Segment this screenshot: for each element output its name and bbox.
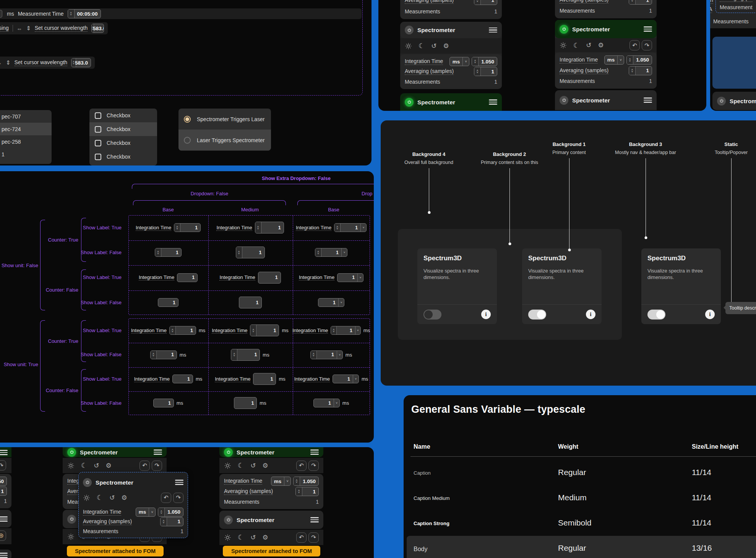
integration-time-input[interactable]: 1 [177, 273, 198, 282]
stepper-input[interactable]: ˄˅1 [474, 0, 497, 5]
menu-icon[interactable] [154, 449, 162, 455]
integration-time-input[interactable]: 1 [158, 298, 178, 307]
dark-mode-icon[interactable]: ☾ [238, 462, 244, 469]
table-row-name[interactable]: Caption Medium [414, 495, 450, 501]
enable-toggle[interactable] [528, 310, 546, 320]
stepper-arrows-icon[interactable]: ˄˅ [331, 326, 337, 334]
integration-time-input[interactable]: 1 [153, 399, 174, 407]
stepper-arrows-icon[interactable]: ˄˅ [311, 351, 317, 359]
stepper-input[interactable]: ˄˅1 [474, 67, 497, 76]
brightness-icon[interactable] [67, 462, 75, 469]
stepper-arrows-icon[interactable]: ˄˅ [236, 247, 242, 258]
stepper-arrows-icon[interactable]: ˄˅ [151, 351, 157, 359]
chevron-down-icon[interactable]: ˅ [337, 351, 342, 359]
reset-icon[interactable]: ↺ [250, 462, 256, 469]
power-icon[interactable] [224, 448, 233, 457]
stepper-input[interactable]: ˄˅1.050 [472, 57, 497, 66]
menu-icon[interactable] [310, 517, 319, 522]
aperture-icon[interactable]: ⊛ [0, 530, 6, 541]
reset-icon[interactable]: ↺ [431, 43, 436, 49]
power-icon[interactable] [67, 448, 76, 457]
fom-attached-button[interactable]: Spectrometer attached to FOM [223, 546, 320, 556]
undo-button[interactable]: ↶ [296, 461, 307, 471]
undo-button[interactable]: ↶ [629, 40, 640, 50]
brightness-icon[interactable] [560, 42, 567, 49]
stepper-arrows-icon[interactable]: ˄˅ [250, 325, 256, 336]
stepper-arrows-icon[interactable]: ˄˅ [629, 67, 636, 75]
integration-time-input[interactable]: ˄˅1 [236, 247, 265, 258]
processing-label-clipped[interactable]: ssing [0, 25, 9, 32]
power-icon[interactable] [717, 97, 726, 105]
info-icon[interactable]: i [481, 310, 491, 319]
brightness-icon[interactable] [224, 534, 231, 541]
checkbox-row[interactable]: Checkbox [89, 164, 157, 165]
integration-time-input[interactable]: 1 [253, 373, 276, 385]
stepper-input[interactable]: ˄˅1.050 [293, 477, 319, 486]
split-vertical-icon[interactable]: ⇕ [26, 25, 31, 32]
integration-time-input[interactable]: ˄˅1 [255, 222, 284, 234]
settings-gear-icon[interactable]: ⚙ [598, 42, 604, 49]
power-icon[interactable] [224, 516, 233, 524]
integration-time-input[interactable]: ˄˅1˅ [331, 326, 360, 335]
cursor-wavelength-input[interactable]: ˄˅583.0 [71, 58, 91, 67]
brightness-icon[interactable] [67, 533, 75, 540]
checkbox-row[interactable]: Checkbox [89, 150, 157, 164]
list-item[interactable]: 1 [0, 148, 52, 161]
enable-toggle[interactable] [423, 310, 441, 320]
checkbox-row[interactable]: Checkbox [89, 122, 157, 136]
menu-icon[interactable] [0, 553, 8, 558]
integration-time-input[interactable]: ˄˅1˅ [315, 248, 347, 257]
integration-time-input[interactable]: 1˅ [337, 273, 363, 282]
redo-button[interactable]: ↷ [642, 40, 652, 50]
settings-gear-icon[interactable]: ⚙ [262, 462, 268, 469]
reset-icon[interactable]: ↺ [586, 42, 591, 49]
fom-attached-button[interactable]: Spectrometer attached to FOM [67, 546, 164, 556]
menu-icon[interactable] [310, 449, 319, 455]
stepper-arrows-icon[interactable]: ˄˅ [627, 56, 633, 64]
dark-mode-icon[interactable]: ☾ [81, 462, 87, 469]
integration-time-input[interactable]: ˄˅1 [150, 350, 177, 359]
set-cursor-wavelength-label[interactable]: Set cursor wavelength [35, 25, 88, 32]
brightness-icon[interactable] [405, 42, 412, 50]
settings-gear-icon[interactable]: ⚙ [105, 462, 111, 469]
redo-button[interactable]: ↷ [308, 461, 319, 471]
info-icon[interactable]: i [705, 310, 715, 319]
integration-time-input[interactable]: 1˅ [318, 298, 344, 307]
redo-button[interactable]: ↷ [308, 532, 319, 543]
unit-dropdown[interactable]: ms˅ [271, 477, 291, 486]
checkbox-row[interactable]: Checkbox [89, 109, 157, 122]
stepper-arrows-icon[interactable]: ˄˅ [294, 477, 300, 485]
integration-time-input[interactable]: ˄˅1 [231, 349, 260, 361]
power-icon[interactable] [405, 26, 414, 34]
stepper-arrows-icon[interactable]: ˄˅ [296, 487, 302, 496]
clipped-input-fragment[interactable] [0, 10, 2, 18]
brightness-icon[interactable] [224, 462, 231, 469]
settings-gear-icon[interactable]: ⚙ [262, 534, 268, 541]
reset-icon[interactable]: ↺ [94, 462, 99, 469]
integration-time-input[interactable]: ˄˅1 [250, 324, 279, 336]
split-horizontal-icon[interactable]: ⇔ [16, 25, 22, 32]
integration-time-input[interactable]: 1 [258, 272, 281, 284]
integration-time-input[interactable]: 1 [239, 297, 262, 308]
split-horizontal-icon[interactable]: ⇔ [0, 60, 2, 66]
checkbox-icon[interactable] [95, 112, 101, 119]
integration-time-input[interactable]: ˄˅1 [174, 223, 201, 232]
undo-button[interactable]: ↶ [296, 532, 307, 543]
dark-mode-icon[interactable]: ☾ [419, 42, 425, 49]
chevron-down-icon[interactable]: ˅ [360, 224, 366, 232]
stepper-arrows-icon[interactable]: ˄˅ [170, 326, 176, 334]
unit-dropdown[interactable]: ms˅ [449, 57, 470, 66]
enable-toggle[interactable] [647, 310, 665, 320]
stepper-arrows-icon[interactable]: ˄˅ [472, 57, 479, 66]
split-vertical-icon[interactable]: ⇕ [6, 59, 11, 66]
power-icon[interactable] [405, 98, 414, 107]
checkbox-icon[interactable] [95, 140, 101, 146]
stepper-input[interactable]: ˄˅1 [629, 66, 652, 75]
unit-dropdown[interactable]: ms˅ [604, 55, 625, 65]
list-item[interactable]: pec-258 [0, 135, 52, 148]
table-row-name[interactable]: Body [414, 546, 427, 553]
radio-row[interactable]: Laser Triggers Spectrometer [178, 130, 271, 151]
dark-mode-icon[interactable]: ☾ [573, 42, 579, 49]
info-icon[interactable]: i [586, 310, 595, 319]
undo-button[interactable]: ↶ [140, 461, 150, 471]
